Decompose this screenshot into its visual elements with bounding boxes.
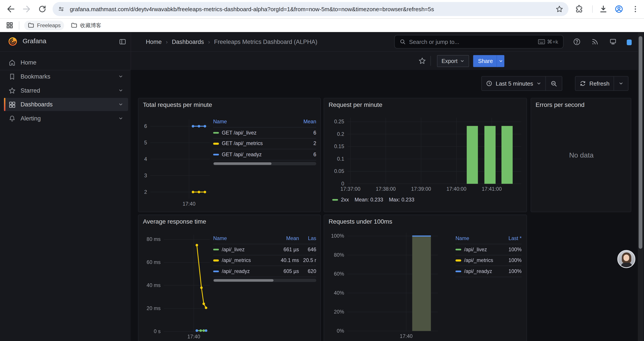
svg-text:4: 4 <box>144 156 147 162</box>
panel-request-per-minute: Request per minute 0.250.20.150.10.05017… <box>324 98 527 212</box>
legend-scrollbar[interactable] <box>213 278 316 282</box>
series-name[interactable]: GET /api/_readyz <box>222 152 292 157</box>
legend-header: Name Mean <box>213 116 316 128</box>
legend-scrollbar-thumb[interactable] <box>214 162 271 165</box>
forward-icon[interactable] <box>22 4 32 14</box>
sidebar-item-alerting[interactable]: Alerting <box>3 112 128 125</box>
svg-text:0.1: 0.1 <box>337 156 344 162</box>
series-name[interactable]: GET /api/_metrics <box>222 141 292 146</box>
series-swatch <box>456 249 461 250</box>
bell-icon <box>8 115 16 122</box>
panel-legend: Name Mean GET /api/_livez 6 GET /api/_me… <box>213 116 316 165</box>
legend-row: GET /api/_metrics 2 <box>213 138 316 149</box>
svg-text:80 ms: 80 ms <box>147 236 161 242</box>
chart-request-per-minute[interactable]: 0.250.20.150.10.05017:37:0017:38:0017:39… <box>324 98 527 213</box>
series-mean: 2 <box>292 141 316 146</box>
series-name[interactable]: /api/_livez <box>222 247 273 252</box>
page-scrollbar[interactable] <box>638 32 643 341</box>
refresh-button[interactable]: Refresh <box>576 77 614 91</box>
refresh-interval-button[interactable] <box>614 77 628 91</box>
legend-header-mean[interactable]: Mean <box>273 236 299 241</box>
bookmark-folder-blog[interactable]: 收藏博客 <box>67 21 105 30</box>
svg-text:3: 3 <box>144 173 147 178</box>
series-name[interactable]: GET /api/_livez <box>222 130 292 136</box>
favorite-star-icon[interactable] <box>418 57 426 65</box>
profile-icon[interactable] <box>614 5 624 14</box>
sidebar-item-label: Bookmarks <box>20 73 50 80</box>
reload-icon[interactable] <box>38 5 47 14</box>
downloads-icon[interactable] <box>599 5 608 14</box>
svg-text:0 s: 0 s <box>154 328 160 334</box>
bookmark-folder-freeleaps[interactable]: Freeleaps <box>24 21 64 30</box>
sidebar-item-starred[interactable]: Starred <box>3 84 128 97</box>
clock-icon <box>486 80 492 87</box>
site-settings-icon[interactable] <box>58 5 65 13</box>
legend-scrollbar-thumb[interactable] <box>214 279 273 281</box>
search-input[interactable]: Search or jump to... ⌘+k <box>394 35 564 49</box>
floating-assistant-avatar[interactable] <box>617 250 635 268</box>
export-button[interactable]: Export <box>437 55 469 67</box>
keyboard-icon <box>538 39 545 44</box>
refresh-icon <box>580 80 586 87</box>
sidebar-collapse-icon[interactable] <box>119 38 127 46</box>
svg-text:6: 6 <box>144 123 147 129</box>
zoom-out-icon <box>550 80 558 87</box>
url-text[interactable]: grafana.mathmast.com/d/deytv4rwavabkb/fr… <box>70 6 556 12</box>
breadcrumb-home[interactable]: Home <box>146 38 162 45</box>
sidebar-item-bookmarks[interactable]: Bookmarks <box>3 70 128 83</box>
extensions-icon[interactable] <box>574 5 584 14</box>
series-last: 100% <box>502 268 522 274</box>
time-range-button[interactable]: Last 5 minutes <box>482 77 546 91</box>
legend-header-name[interactable]: Name <box>213 119 292 125</box>
chevron-down-icon <box>618 81 624 86</box>
zoom-out-button[interactable] <box>546 77 562 91</box>
legend-item-2xx[interactable]: 2xx <box>332 197 349 203</box>
series-name[interactable]: /api/_metrics <box>222 257 273 263</box>
news-rss-icon[interactable] <box>591 38 599 46</box>
page-scrollbar-thumb[interactable] <box>639 36 642 249</box>
chevron-down-icon <box>498 59 503 63</box>
chevron-down-icon[interactable] <box>118 116 123 121</box>
series-swatch <box>213 143 219 144</box>
back-icon[interactable] <box>6 4 16 14</box>
svg-text:17:40: 17:40 <box>182 201 196 207</box>
search-placeholder: Search or jump to... <box>409 38 534 45</box>
sidebar-item-dashboards[interactable]: Dashboards <box>3 98 128 111</box>
help-icon[interactable] <box>573 38 581 46</box>
sidebar-item-home[interactable]: Home <box>3 56 128 69</box>
panel-avg-response-time: Average response time 80 ms60 ms40 ms20 … <box>138 215 321 341</box>
legend-header-name[interactable]: Name <box>456 236 502 241</box>
series-mean: 40.1 ms <box>273 257 299 263</box>
chevron-down-icon[interactable] <box>118 74 123 79</box>
grafana-header: Grafana Home Dashboards Freeleaps Metric… <box>0 32 644 52</box>
series-name[interactable]: /api/_readyz <box>222 268 273 274</box>
share-button[interactable]: Share <box>473 55 498 67</box>
series-name[interactable]: /api/_readyz <box>464 268 502 274</box>
legend-row: /api/_livez 661 µs 646 <box>213 244 316 255</box>
svg-text:0.05: 0.05 <box>334 168 344 174</box>
share-menu-button[interactable] <box>496 55 504 67</box>
legend-scrollbar[interactable] <box>213 162 316 165</box>
bookmark-star-icon[interactable] <box>555 5 563 13</box>
svg-text:17:37:00: 17:37:00 <box>340 186 360 192</box>
grafana-logo[interactable] <box>8 37 18 47</box>
chevron-down-icon[interactable] <box>118 88 123 93</box>
svg-text:80%: 80% <box>334 252 344 258</box>
legend-header-last[interactable]: Las <box>299 236 316 241</box>
browser-menu-icon[interactable] <box>631 5 640 14</box>
legend-header-last[interactable]: Last * <box>502 236 522 241</box>
breadcrumb-dashboards[interactable]: Dashboards <box>162 38 204 45</box>
legend-header-name[interactable]: Name <box>213 236 273 241</box>
apps-grid-icon[interactable] <box>6 21 14 29</box>
kiosk-monitor-icon[interactable] <box>609 38 617 46</box>
folder-icon <box>28 22 35 29</box>
chevron-down-icon[interactable] <box>118 102 123 107</box>
series-swatch <box>456 259 461 261</box>
series-name[interactable]: /api/_livez <box>464 247 502 252</box>
legend-row: GET /api/_livez 6 <box>213 128 316 138</box>
svg-text:20 ms: 20 ms <box>147 305 161 311</box>
series-mean: 6 <box>292 152 316 157</box>
series-name[interactable]: /api/_metrics <box>464 257 502 263</box>
address-bar[interactable]: grafana.mathmast.com/d/deytv4rwavabkb/fr… <box>52 2 568 16</box>
legend-header-mean[interactable]: Mean <box>292 119 316 125</box>
